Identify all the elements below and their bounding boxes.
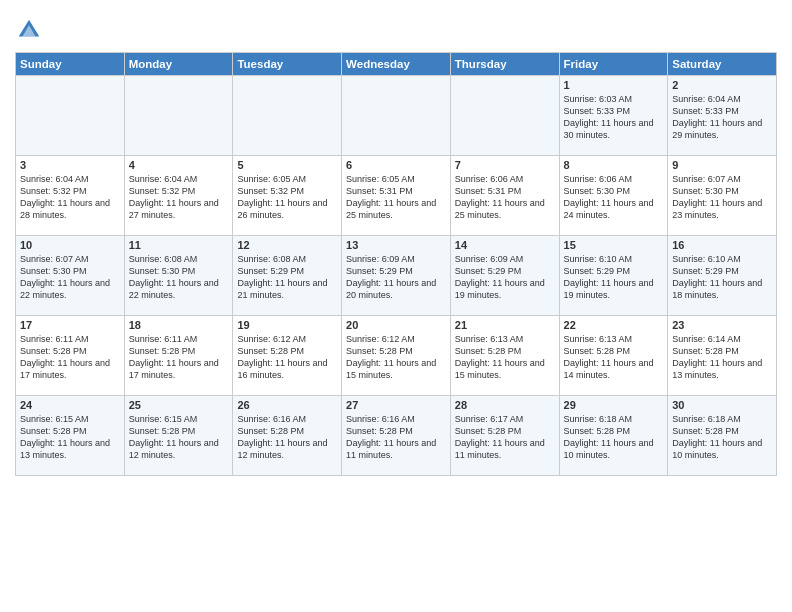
day-detail: Sunrise: 6:11 AMSunset: 5:28 PMDaylight:… — [129, 333, 229, 382]
day-detail: Sunrise: 6:17 AMSunset: 5:28 PMDaylight:… — [455, 413, 555, 462]
day-number: 12 — [237, 239, 337, 251]
calendar-table: SundayMondayTuesdayWednesdayThursdayFrid… — [15, 52, 777, 476]
day-number: 13 — [346, 239, 446, 251]
day-number: 15 — [564, 239, 664, 251]
day-number: 17 — [20, 319, 120, 331]
day-cell: 1Sunrise: 6:03 AMSunset: 5:33 PMDaylight… — [559, 76, 668, 156]
day-detail: Sunrise: 6:13 AMSunset: 5:28 PMDaylight:… — [564, 333, 664, 382]
day-number: 30 — [672, 399, 772, 411]
day-cell: 26Sunrise: 6:16 AMSunset: 5:28 PMDayligh… — [233, 396, 342, 476]
day-number: 8 — [564, 159, 664, 171]
day-number: 26 — [237, 399, 337, 411]
day-detail: Sunrise: 6:09 AMSunset: 5:29 PMDaylight:… — [346, 253, 446, 302]
day-detail: Sunrise: 6:03 AMSunset: 5:33 PMDaylight:… — [564, 93, 664, 142]
day-cell: 14Sunrise: 6:09 AMSunset: 5:29 PMDayligh… — [450, 236, 559, 316]
day-detail: Sunrise: 6:15 AMSunset: 5:28 PMDaylight:… — [20, 413, 120, 462]
day-number: 6 — [346, 159, 446, 171]
day-number: 18 — [129, 319, 229, 331]
day-number: 22 — [564, 319, 664, 331]
day-number: 2 — [672, 79, 772, 91]
day-detail: Sunrise: 6:18 AMSunset: 5:28 PMDaylight:… — [672, 413, 772, 462]
day-number: 24 — [20, 399, 120, 411]
day-detail: Sunrise: 6:06 AMSunset: 5:31 PMDaylight:… — [455, 173, 555, 222]
page: SundayMondayTuesdayWednesdayThursdayFrid… — [0, 0, 792, 491]
day-number: 3 — [20, 159, 120, 171]
day-cell: 2Sunrise: 6:04 AMSunset: 5:33 PMDaylight… — [668, 76, 777, 156]
day-cell: 5Sunrise: 6:05 AMSunset: 5:32 PMDaylight… — [233, 156, 342, 236]
header — [15, 10, 777, 44]
col-header-friday: Friday — [559, 53, 668, 76]
day-detail: Sunrise: 6:18 AMSunset: 5:28 PMDaylight:… — [564, 413, 664, 462]
day-cell: 20Sunrise: 6:12 AMSunset: 5:28 PMDayligh… — [342, 316, 451, 396]
day-number: 9 — [672, 159, 772, 171]
day-cell: 16Sunrise: 6:10 AMSunset: 5:29 PMDayligh… — [668, 236, 777, 316]
day-detail: Sunrise: 6:10 AMSunset: 5:29 PMDaylight:… — [672, 253, 772, 302]
day-cell: 28Sunrise: 6:17 AMSunset: 5:28 PMDayligh… — [450, 396, 559, 476]
day-cell: 27Sunrise: 6:16 AMSunset: 5:28 PMDayligh… — [342, 396, 451, 476]
day-detail: Sunrise: 6:04 AMSunset: 5:32 PMDaylight:… — [129, 173, 229, 222]
day-detail: Sunrise: 6:06 AMSunset: 5:30 PMDaylight:… — [564, 173, 664, 222]
day-cell: 3Sunrise: 6:04 AMSunset: 5:32 PMDaylight… — [16, 156, 125, 236]
day-detail: Sunrise: 6:04 AMSunset: 5:33 PMDaylight:… — [672, 93, 772, 142]
day-number: 28 — [455, 399, 555, 411]
day-cell: 9Sunrise: 6:07 AMSunset: 5:30 PMDaylight… — [668, 156, 777, 236]
day-number: 4 — [129, 159, 229, 171]
col-header-tuesday: Tuesday — [233, 53, 342, 76]
day-cell — [233, 76, 342, 156]
col-header-saturday: Saturday — [668, 53, 777, 76]
week-row-2: 3Sunrise: 6:04 AMSunset: 5:32 PMDaylight… — [16, 156, 777, 236]
day-detail: Sunrise: 6:13 AMSunset: 5:28 PMDaylight:… — [455, 333, 555, 382]
day-number: 5 — [237, 159, 337, 171]
day-number: 11 — [129, 239, 229, 251]
week-row-1: 1Sunrise: 6:03 AMSunset: 5:33 PMDaylight… — [16, 76, 777, 156]
day-number: 16 — [672, 239, 772, 251]
day-detail: Sunrise: 6:12 AMSunset: 5:28 PMDaylight:… — [237, 333, 337, 382]
day-detail: Sunrise: 6:07 AMSunset: 5:30 PMDaylight:… — [20, 253, 120, 302]
col-header-wednesday: Wednesday — [342, 53, 451, 76]
day-detail: Sunrise: 6:07 AMSunset: 5:30 PMDaylight:… — [672, 173, 772, 222]
week-row-3: 10Sunrise: 6:07 AMSunset: 5:30 PMDayligh… — [16, 236, 777, 316]
day-cell: 15Sunrise: 6:10 AMSunset: 5:29 PMDayligh… — [559, 236, 668, 316]
day-detail: Sunrise: 6:09 AMSunset: 5:29 PMDaylight:… — [455, 253, 555, 302]
day-number: 20 — [346, 319, 446, 331]
day-cell: 18Sunrise: 6:11 AMSunset: 5:28 PMDayligh… — [124, 316, 233, 396]
day-detail: Sunrise: 6:12 AMSunset: 5:28 PMDaylight:… — [346, 333, 446, 382]
day-cell: 25Sunrise: 6:15 AMSunset: 5:28 PMDayligh… — [124, 396, 233, 476]
day-detail: Sunrise: 6:16 AMSunset: 5:28 PMDaylight:… — [237, 413, 337, 462]
week-row-5: 24Sunrise: 6:15 AMSunset: 5:28 PMDayligh… — [16, 396, 777, 476]
day-cell: 6Sunrise: 6:05 AMSunset: 5:31 PMDaylight… — [342, 156, 451, 236]
col-header-thursday: Thursday — [450, 53, 559, 76]
day-number: 10 — [20, 239, 120, 251]
day-number: 23 — [672, 319, 772, 331]
day-cell: 4Sunrise: 6:04 AMSunset: 5:32 PMDaylight… — [124, 156, 233, 236]
day-number: 29 — [564, 399, 664, 411]
day-number: 25 — [129, 399, 229, 411]
day-cell — [16, 76, 125, 156]
day-number: 7 — [455, 159, 555, 171]
day-number: 21 — [455, 319, 555, 331]
day-number: 27 — [346, 399, 446, 411]
day-cell: 22Sunrise: 6:13 AMSunset: 5:28 PMDayligh… — [559, 316, 668, 396]
day-detail: Sunrise: 6:14 AMSunset: 5:28 PMDaylight:… — [672, 333, 772, 382]
day-cell: 23Sunrise: 6:14 AMSunset: 5:28 PMDayligh… — [668, 316, 777, 396]
day-detail: Sunrise: 6:11 AMSunset: 5:28 PMDaylight:… — [20, 333, 120, 382]
day-cell — [342, 76, 451, 156]
day-cell: 8Sunrise: 6:06 AMSunset: 5:30 PMDaylight… — [559, 156, 668, 236]
day-cell: 21Sunrise: 6:13 AMSunset: 5:28 PMDayligh… — [450, 316, 559, 396]
day-detail: Sunrise: 6:05 AMSunset: 5:32 PMDaylight:… — [237, 173, 337, 222]
logo-area — [15, 10, 47, 44]
day-detail: Sunrise: 6:05 AMSunset: 5:31 PMDaylight:… — [346, 173, 446, 222]
day-cell: 10Sunrise: 6:07 AMSunset: 5:30 PMDayligh… — [16, 236, 125, 316]
day-cell: 7Sunrise: 6:06 AMSunset: 5:31 PMDaylight… — [450, 156, 559, 236]
day-cell: 12Sunrise: 6:08 AMSunset: 5:29 PMDayligh… — [233, 236, 342, 316]
day-cell — [450, 76, 559, 156]
week-row-4: 17Sunrise: 6:11 AMSunset: 5:28 PMDayligh… — [16, 316, 777, 396]
day-detail: Sunrise: 6:15 AMSunset: 5:28 PMDaylight:… — [129, 413, 229, 462]
day-cell: 24Sunrise: 6:15 AMSunset: 5:28 PMDayligh… — [16, 396, 125, 476]
col-header-monday: Monday — [124, 53, 233, 76]
day-number: 14 — [455, 239, 555, 251]
day-detail: Sunrise: 6:08 AMSunset: 5:29 PMDaylight:… — [237, 253, 337, 302]
day-number: 1 — [564, 79, 664, 91]
day-cell — [124, 76, 233, 156]
day-detail: Sunrise: 6:04 AMSunset: 5:32 PMDaylight:… — [20, 173, 120, 222]
